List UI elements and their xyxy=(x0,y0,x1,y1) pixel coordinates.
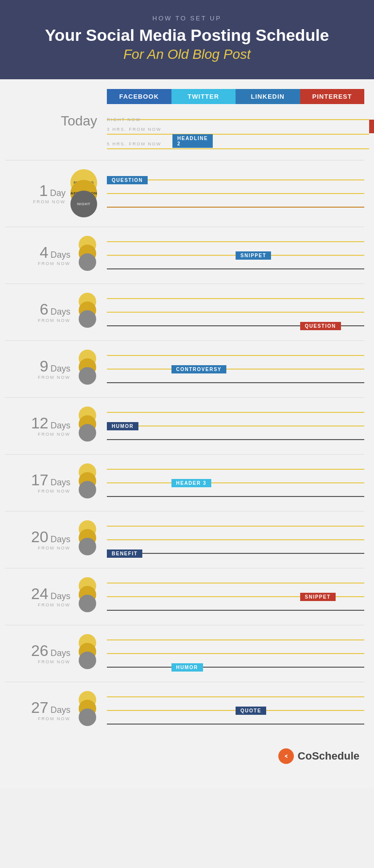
column-headers: Facebook Twitter Linkedin Pinterest xyxy=(107,79,364,104)
day-row-17-0 xyxy=(107,464,364,475)
day-section-24: 24 Days FROM NOW SNIPPET xyxy=(5,568,364,625)
day-section-26: 26 Days FROM NOW HUMOR xyxy=(5,625,364,682)
day-label-area-20: 20 Days FROM NOW xyxy=(5,520,107,559)
day-from-12: FROM NOW xyxy=(31,432,70,437)
day-section-4: 4 Days FROM NOW SNIPPET xyxy=(5,227,364,283)
moon-stack-9 xyxy=(75,350,100,389)
row-line xyxy=(107,496,364,497)
day-from-20: FROM NOW xyxy=(31,546,70,550)
col-header-linkedin: Linkedin xyxy=(236,89,300,104)
day-section-6: 6 Days FROM NOW QUESTION xyxy=(5,283,364,340)
badge-headline1: HEADLINE 1 xyxy=(369,120,374,133)
day-row-6-2: QUESTION xyxy=(107,320,364,331)
day-label-area-27: 27 Days FROM NOW xyxy=(5,691,107,730)
day-row-4-1: SNIPPET xyxy=(107,250,364,261)
row-line xyxy=(107,355,364,356)
moon-icon xyxy=(79,253,96,271)
day-label-area-12: 12 Days FROM NOW xyxy=(5,407,107,445)
day-section-20: 20 Days FROM NOW BENEFIT xyxy=(5,511,364,568)
day-row-20-0 xyxy=(107,521,364,531)
row-line xyxy=(107,382,364,383)
circle-night: NIGHT xyxy=(70,191,97,217)
day-row-12-0 xyxy=(107,407,364,418)
day-circles-1day: MORNINGAFTERNOONNIGHT xyxy=(70,169,100,218)
day-row-24-0 xyxy=(107,578,364,588)
day-from-24: FROM NOW xyxy=(31,602,70,607)
coschedule-logo-icon xyxy=(278,748,294,764)
footer: CoSchedule xyxy=(5,739,369,774)
day-unit-26: Days xyxy=(51,648,70,658)
day-row-9-1: CONTROVERSY xyxy=(107,364,364,374)
day-rows-4: SNIPPET xyxy=(107,236,364,274)
day-row-17-2 xyxy=(107,491,364,502)
row-line xyxy=(107,412,364,413)
today-row-3: 5 HRS. FROM NOW xyxy=(107,142,369,155)
badge-question-6: QUESTION xyxy=(300,322,341,330)
col-header-facebook: Facebook xyxy=(107,89,171,104)
row-line xyxy=(107,653,364,654)
today-label-area: Today xyxy=(5,111,107,129)
day-unit-1: Day xyxy=(50,188,66,198)
day-unit-12: Days xyxy=(51,421,70,430)
day-row-4-2 xyxy=(107,264,364,274)
row-line xyxy=(107,696,364,697)
moon-icon xyxy=(79,538,96,555)
day-row-1-1 xyxy=(107,188,364,199)
badge-controversy-9: CONTROVERSY xyxy=(171,365,227,373)
header-subtitle: How To Set Up xyxy=(10,15,364,22)
moon-icon xyxy=(79,652,96,669)
day-label-area-24: 24 Days FROM NOW xyxy=(5,577,107,616)
row-line xyxy=(107,610,364,611)
day-from-17: FROM NOW xyxy=(31,489,70,494)
badge-snippet-24: SNIPPET xyxy=(300,593,336,601)
day-unit-27: Days xyxy=(51,705,70,715)
moon-icon xyxy=(79,709,96,726)
day-rows-26: HUMOR xyxy=(107,635,364,673)
badge-benefit-20: BENEFIT xyxy=(107,549,142,558)
day-row-20-1 xyxy=(107,534,364,545)
row-line xyxy=(107,526,364,527)
badge-quote-27: QUOTE xyxy=(236,707,266,715)
badge-humor-12: HUMOR xyxy=(107,422,138,430)
day-unit-9: Days xyxy=(51,364,70,373)
header-title: Your Social Media Posting Schedule xyxy=(10,26,364,45)
row-line xyxy=(107,241,364,242)
day-row-9-0 xyxy=(107,350,364,361)
day-number-1: 1 xyxy=(39,182,48,199)
day-row-6-1 xyxy=(107,307,364,318)
col-header-twitter: Twitter xyxy=(171,89,236,104)
day-row-9-2 xyxy=(107,377,364,388)
badge-humor-26: HUMOR xyxy=(171,663,203,672)
moon-stack-20 xyxy=(75,520,100,559)
day-unit-24: Days xyxy=(51,591,70,601)
day-number-6: 6 xyxy=(40,301,49,318)
moon-stack-4 xyxy=(75,236,100,275)
day-unit-4: Days xyxy=(51,250,70,260)
moon-icon xyxy=(79,424,96,442)
today-row-1: HEADLINE 1 RIGHT NOW xyxy=(107,113,369,126)
svg-point-0 xyxy=(282,752,290,760)
day-row-24-1: SNIPPET xyxy=(107,591,364,602)
row-line xyxy=(107,439,364,440)
day-number-17: 17 xyxy=(31,471,49,489)
day-from-6: FROM NOW xyxy=(38,318,70,323)
moon-stack-12 xyxy=(75,407,100,445)
moon-stack-17 xyxy=(75,463,100,502)
day-label-area-9: 9 Days FROM NOW xyxy=(5,350,107,389)
day-row-1-2 xyxy=(107,202,364,213)
day-section-27: 27 Days FROM NOW QUOTE xyxy=(5,682,364,739)
day-section-17: 17 Days FROM NOW HEADER 3 xyxy=(5,454,364,511)
moon-icon xyxy=(79,310,96,328)
day-row-24-2 xyxy=(107,605,364,616)
day-from-26: FROM NOW xyxy=(31,659,70,664)
today-label: Today xyxy=(5,113,97,129)
day-row-26-0 xyxy=(107,635,364,645)
day-rows-12: HUMOR xyxy=(107,407,364,445)
row-line xyxy=(107,553,364,554)
day-rows-6: QUESTION xyxy=(107,293,364,331)
row-line xyxy=(107,539,364,540)
coschedule-logo-text: CoSchedule xyxy=(298,750,359,762)
day-row-27-0 xyxy=(107,691,364,702)
header-subtitle-italic: For An Old Blog Post xyxy=(10,47,364,62)
main-content: Facebook Twitter Linkedin Pinterest Toda… xyxy=(0,79,374,788)
